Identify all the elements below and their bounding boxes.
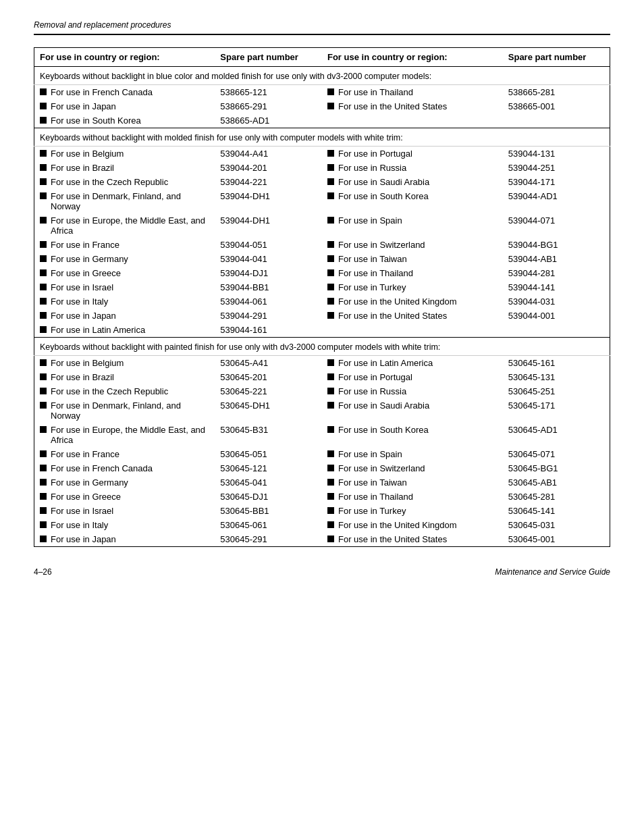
col-header-3: For use in country or region:: [322, 48, 503, 67]
table-row: For use in Japan530645-291For use in the…: [34, 532, 610, 547]
country-right: For use in Turkey: [322, 504, 503, 518]
table-row: For use in Germany530645-041For use in T…: [34, 475, 610, 490]
bullet-icon: [40, 493, 47, 500]
country-right: For use in Portugal: [322, 147, 503, 161]
bullet-icon: [40, 479, 47, 486]
bullet-icon: [327, 465, 334, 471]
bullet-icon: [40, 255, 47, 262]
country-left: For use in Europe, the Middle East, and …: [34, 423, 215, 447]
part-number-right: 538665-281: [503, 85, 610, 100]
table-row: For use in French Canada538665-121For us…: [34, 85, 610, 100]
country-left: For use in French Canada: [34, 85, 215, 100]
part-number-left: 530645-061: [215, 518, 322, 532]
part-number-right: 539044-171: [503, 175, 610, 189]
section-header-text: Keyboards without backlight with painted…: [34, 338, 610, 356]
part-number-left: 539044-A41: [215, 147, 322, 161]
bullet-icon: [40, 217, 47, 224]
part-number-left: 530645-A41: [215, 356, 322, 371]
bullet-icon: [327, 388, 334, 394]
country-left: For use in Germany: [34, 475, 215, 490]
table-row: For use in France539044-051For use in Sw…: [34, 238, 610, 252]
country-left: For use in Israel: [34, 504, 215, 518]
table-row: For use in the Czech Republic530645-221F…: [34, 384, 610, 398]
country-right: For use in Russia: [322, 161, 503, 175]
country-right: [322, 113, 503, 128]
col-header-4: Spare part number: [503, 48, 610, 67]
bullet-icon: [327, 507, 334, 514]
bullet-icon: [40, 241, 47, 248]
part-number-right: 539044-BG1: [503, 238, 610, 252]
table-row: For use in France530645-051For use in Sp…: [34, 447, 610, 461]
country-right: For use in Turkey: [322, 280, 503, 294]
page-number: 4–26: [34, 567, 52, 577]
bullet-icon: [327, 178, 334, 185]
country-right: For use in Spain: [322, 447, 503, 461]
country-left: For use in the Czech Republic: [34, 175, 215, 189]
table-row: For use in Italy539044-061For use in the…: [34, 294, 610, 309]
part-number-right: 539044-031: [503, 294, 610, 309]
country-left: For use in the Czech Republic: [34, 384, 215, 398]
table-row: For use in Israel530645-BB1For use in Tu…: [34, 504, 610, 518]
bullet-icon: [40, 465, 47, 471]
table-row: For use in Belgium530645-A41For use in L…: [34, 356, 610, 371]
part-number-right: 530645-281: [503, 490, 610, 504]
spare-parts-table: For use in country or region: Spare part…: [34, 47, 610, 547]
part-number-left: 539044-041: [215, 252, 322, 266]
table-row: For use in Denmark, Finland, and Norway5…: [34, 398, 610, 423]
country-right: For use in Taiwan: [322, 252, 503, 266]
part-number-right: 530645-071: [503, 447, 610, 461]
table-row: For use in Europe, the Middle East, and …: [34, 213, 610, 238]
country-right: For use in Saudi Arabia: [322, 398, 503, 423]
part-number-right: 530645-BG1: [503, 461, 610, 475]
bullet-icon: [327, 493, 334, 500]
part-number-right: 539044-071: [503, 213, 610, 238]
part-number-left: 539044-161: [215, 323, 322, 338]
bullet-icon: [40, 450, 47, 457]
country-left: For use in Italy: [34, 294, 215, 309]
bullet-icon: [40, 373, 47, 380]
bullet-icon: [327, 450, 334, 457]
bullet-icon: [327, 164, 334, 171]
part-number-left: 539044-DH1: [215, 213, 322, 238]
bullet-icon: [40, 359, 47, 366]
bullet-icon: [327, 536, 334, 542]
bullet-icon: [327, 192, 334, 199]
part-number-right: [503, 323, 610, 338]
part-number-left: 539044-DH1: [215, 189, 322, 213]
part-number-right: 530645-161: [503, 356, 610, 371]
country-right: For use in the United States: [322, 309, 503, 323]
part-number-right: [503, 113, 610, 128]
part-number-right: 530645-141: [503, 504, 610, 518]
part-number-left: 539044-221: [215, 175, 322, 189]
part-number-right: 539044-131: [503, 147, 610, 161]
table-row: For use in South Korea538665-AD1: [34, 113, 610, 128]
section-header-text: Keyboards without backlight in blue colo…: [34, 67, 610, 85]
part-number-left: 539044-051: [215, 238, 322, 252]
bullet-icon: [40, 164, 47, 171]
table-row: For use in Brazil530645-201For use in Po…: [34, 370, 610, 384]
bullet-icon: [327, 255, 334, 262]
country-right: For use in Saudi Arabia: [322, 175, 503, 189]
part-number-left: 530645-201: [215, 370, 322, 384]
table-row: For use in Germany539044-041For use in T…: [34, 252, 610, 266]
country-left: For use in Denmark, Finland, and Norway: [34, 189, 215, 213]
part-number-right: 530645-251: [503, 384, 610, 398]
country-left: For use in Belgium: [34, 147, 215, 161]
country-left: For use in Greece: [34, 490, 215, 504]
country-right: For use in the United Kingdom: [322, 518, 503, 532]
part-number-right: 530645-171: [503, 398, 610, 423]
part-number-right: 538665-001: [503, 99, 610, 113]
bullet-icon: [40, 312, 47, 319]
bullet-icon: [327, 298, 334, 305]
bullet-icon: [40, 521, 47, 528]
country-right: For use in Spain: [322, 213, 503, 238]
part-number-left: 530645-051: [215, 447, 322, 461]
bullet-icon: [40, 192, 47, 199]
part-number-left: 530645-221: [215, 384, 322, 398]
country-right: For use in Thailand: [322, 266, 503, 280]
table-row: For use in Greece530645-DJ1For use in Th…: [34, 490, 610, 504]
table-row: For use in Brazil539044-201For use in Ru…: [34, 161, 610, 175]
guide-title: Maintenance and Service Guide: [495, 567, 610, 577]
country-left: For use in Brazil: [34, 370, 215, 384]
table-row: For use in Japan538665-291For use in the…: [34, 99, 610, 113]
